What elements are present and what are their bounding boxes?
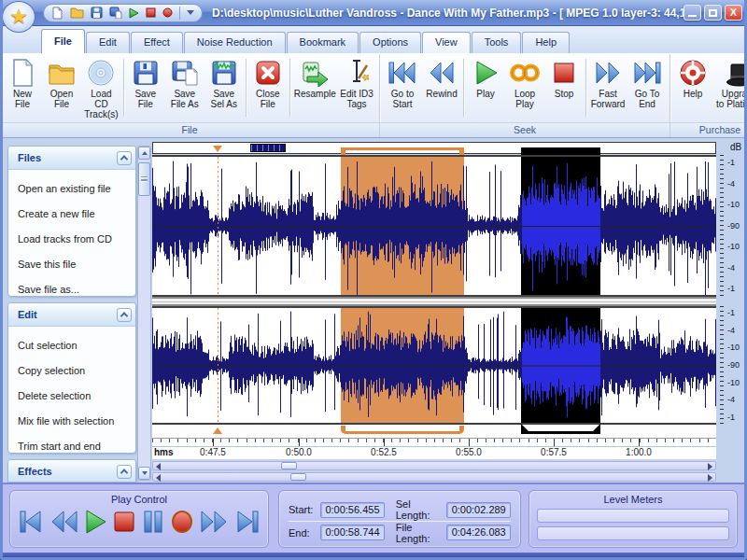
ribbon-separator [289, 59, 290, 117]
play-button[interactable]: Play [466, 56, 505, 101]
scrollbar-thumb[interactable] [281, 462, 297, 469]
close-file-button[interactable]: Close File [248, 56, 288, 111]
sidebar-item-trim[interactable]: Trim start and end [8, 433, 135, 454]
save-as-icon[interactable] [109, 7, 122, 19]
fast-forward-button[interactable]: Fast Forward [588, 56, 627, 111]
new-file-button[interactable]: New File [3, 56, 42, 111]
play-icon[interactable] [129, 7, 139, 19]
waveform-left-channel[interactable] [152, 155, 716, 297]
db-tick: -10 [727, 379, 747, 387]
upgrade-button[interactable]: Upgrade to Platinum [712, 56, 747, 111]
toolbar-options-chevron-icon[interactable] [187, 10, 194, 15]
collapse-button[interactable] [117, 151, 132, 165]
selection-bracket-bottom-dark[interactable] [521, 426, 600, 434]
tab-help[interactable]: Help [522, 32, 570, 53]
sidebar-scrollbar[interactable] [137, 146, 151, 481]
minimize-button[interactable] [684, 5, 701, 21]
stop-button[interactable] [111, 509, 137, 535]
fast-forward-button[interactable] [199, 509, 229, 535]
save-file-icon[interactable] [91, 7, 103, 19]
stop-icon[interactable] [146, 7, 156, 18]
play-button[interactable] [83, 509, 107, 535]
save-sel-as-button[interactable]: Save Sel As [204, 56, 244, 111]
waveform-scrollbar[interactable] [152, 461, 716, 470]
selection-marker-strip [152, 425, 716, 439]
tab-edit[interactable]: Edit [86, 32, 130, 53]
collapse-button[interactable] [117, 465, 132, 479]
open-file-icon[interactable] [70, 7, 84, 19]
edit-panel-header[interactable]: Edit [8, 303, 135, 327]
rewind-button[interactable]: Rewind [422, 56, 461, 101]
open-file-button[interactable]: Open File [42, 56, 81, 111]
level-meter-right [537, 526, 729, 540]
scroll-up-button[interactable] [138, 147, 150, 160]
zoom-scrollbar[interactable] [152, 472, 716, 482]
tab-options[interactable]: Options [359, 32, 421, 53]
app-logo-button[interactable]: ★ [2, 1, 35, 33]
arrow-left-icon[interactable] [156, 463, 161, 470]
tab-tools[interactable]: Tools [472, 32, 522, 53]
ribbon-separator [246, 59, 247, 117]
go-to-end-button[interactable]: Go To End [627, 56, 667, 111]
maximize-button[interactable] [704, 5, 722, 21]
loop-play-button[interactable]: Loop Play [505, 56, 544, 111]
arrow-left-icon[interactable] [156, 474, 161, 482]
sidebar-item-copy[interactable]: Copy selection [8, 357, 135, 383]
overview-visible-region[interactable] [250, 144, 286, 152]
close-button[interactable]: X [725, 5, 742, 21]
edit-id3-button[interactable]: Edit ID3 Tags [337, 56, 376, 111]
arrow-right-icon[interactable] [708, 474, 712, 482]
save-as-icon [170, 58, 200, 88]
new-file-icon[interactable] [51, 7, 63, 20]
save-file-button[interactable]: Save File [126, 56, 165, 111]
files-panel-header[interactable]: Files [8, 147, 135, 170]
pause-button[interactable] [141, 509, 165, 535]
time-label-row: hms 0:47.5 0:50.0 0:52.5 0:55.0 0:57.5 1… [152, 447, 716, 459]
scrollbar-thumb[interactable] [290, 473, 306, 481]
sidebar-item-load-cd[interactable]: Load tracks from CD [8, 226, 135, 251]
playback-cursor-marker-top[interactable] [213, 146, 222, 152]
record-button[interactable] [169, 509, 195, 535]
rewind-button[interactable] [49, 509, 79, 535]
rewind-icon [427, 58, 457, 88]
minimize-icon [688, 15, 697, 17]
go-to-start-button[interactable]: Go to Start [383, 56, 422, 111]
effects-panel-header[interactable]: Effects [8, 460, 135, 483]
load-cd-button[interactable]: Load CD Track(s) [81, 56, 121, 122]
sidebar-item-save-file[interactable]: Save this file [8, 251, 135, 276]
help-button[interactable]: Help [673, 56, 712, 101]
file-length-value: 0:04:26.083 [446, 525, 511, 540]
sidebar-item-mix[interactable]: Mix file with selection [8, 408, 135, 433]
sidebar-item-create-new[interactable]: Create a new file [8, 201, 135, 226]
collapse-button[interactable] [117, 308, 132, 322]
tab-noise-reduction[interactable]: Noise Reduction [184, 32, 286, 53]
resample-icon [300, 58, 330, 88]
selection-bracket-top-warm[interactable] [341, 147, 464, 155]
playback-cursor-marker-bottom[interactable] [213, 427, 222, 434]
save-file-as-button[interactable]: Save File As [165, 56, 204, 111]
tab-file[interactable]: File [41, 29, 85, 53]
waveform-right-channel[interactable] [152, 306, 716, 425]
resample-button[interactable]: Resample [292, 56, 337, 101]
sidebar-item-save-as[interactable]: Save file as... [8, 276, 135, 297]
loop-play-icon [508, 58, 542, 88]
tab-bookmark[interactable]: Bookmark [287, 32, 359, 53]
go-to-end-button[interactable] [233, 509, 261, 535]
stop-button[interactable]: Stop [544, 56, 584, 101]
selection-bracket-bottom-warm[interactable] [341, 426, 464, 434]
play-control-title: Play Control [10, 494, 268, 505]
record-icon[interactable] [162, 7, 173, 18]
db-tick: -90 [727, 222, 747, 231]
go-to-start-button[interactable] [18, 509, 46, 535]
tab-effect[interactable]: Effect [131, 32, 183, 53]
sidebar-item-delete[interactable]: Delete selection [8, 383, 135, 408]
save-file-icon [131, 58, 161, 88]
sidebar-item-cut[interactable]: Cut selection [8, 332, 135, 357]
sidebar-item-open-existing[interactable]: Open an existing file [8, 175, 135, 201]
tab-view[interactable]: View [422, 32, 471, 53]
selection-bracket-top-dark[interactable] [521, 147, 600, 155]
sel-length-value: 0:00:02.289 [446, 502, 511, 518]
arrow-right-icon[interactable] [708, 463, 712, 470]
scroll-down-button[interactable] [138, 467, 150, 480]
scrollbar-thumb[interactable] [138, 162, 150, 196]
